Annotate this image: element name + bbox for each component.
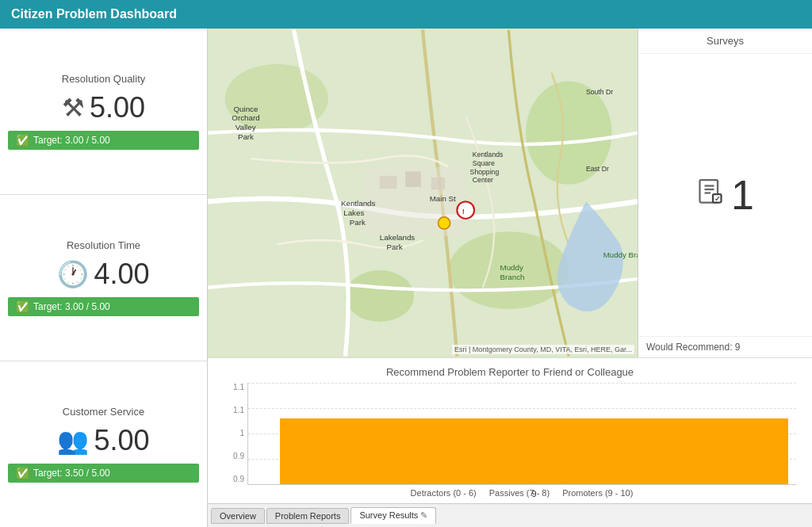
svg-point-31 [439, 217, 450, 229]
svg-rect-7 [380, 176, 397, 189]
tab-survey-results-label: Survey Results [359, 510, 418, 520]
svg-text:Quince: Quince [234, 105, 259, 113]
chart-body: 9 Detractors (0 - 6) Passives (7 - 8) Pr… [247, 383, 796, 499]
svg-text:Center: Center [473, 176, 493, 184]
bar-label-promoters: 9 [280, 489, 788, 498]
svg-rect-8 [405, 171, 421, 187]
survey-icon: ✓ [696, 178, 725, 213]
people-icon: 👥 [57, 426, 89, 456]
edit-icon: ✎ [420, 510, 427, 520]
app-header: Citizen Problem Dashboard [0, 0, 812, 29]
wrench-icon: ⚒ [62, 93, 85, 123]
target-bar-customer-service: ✅ Target: 3.50 / 5.00 [8, 464, 199, 483]
bottom-tabs: Overview Problem Reports Survey Results … [208, 503, 812, 527]
top-right: Kentlands Lakes Park Lakelands Park Mudd… [208, 29, 812, 357]
y-label-mid-bot: 0.9 [224, 452, 244, 460]
metric-title-customer-service: Customer Service [63, 406, 144, 418]
svg-text:Lakes: Lakes [343, 208, 364, 217]
target-text-rq: Target: 3.00 / 5.00 [33, 135, 110, 146]
metric-card-resolution-quality: Resolution Quality ⚒ 5.00 ✅ Target: 3.00… [0, 29, 207, 195]
would-recommend: Would Recommend: 9 [638, 336, 812, 357]
main-content: Resolution Quality ⚒ 5.00 ✅ Target: 3.00… [0, 29, 812, 527]
target-bar-resolution-quality: ✅ Target: 3.00 / 5.00 [8, 131, 199, 150]
target-bar-resolution-time: ✅ Target: 3.00 / 5.00 [8, 297, 199, 316]
y-label-mid-top: 1.1 [224, 406, 244, 414]
metric-card-customer-service: Customer Service 👥 5.00 ✅ Target: 3.50 /… [0, 361, 207, 527]
clock-icon: 🕐 [57, 259, 89, 289]
svg-text:East Dr: East Dr [586, 165, 609, 173]
check-icon-rq: ✅ [16, 134, 29, 147]
chart-area: 1.1 1.1 1 0.9 0.9 [224, 383, 796, 499]
chart-title: Recommend Problem Reporter to Friend or … [224, 366, 796, 378]
svg-text:Branch: Branch [500, 273, 525, 281]
resolution-quality-number: 5.00 [90, 91, 145, 124]
svg-text:Kentlands: Kentlands [473, 151, 504, 158]
svg-text:Lakelands: Lakelands [380, 233, 416, 242]
svg-text:Muddy: Muddy [500, 263, 523, 272]
resolution-time-number: 4.00 [94, 258, 149, 291]
surveys-number: 1 [731, 171, 754, 219]
metric-title-resolution-time: Resolution Time [67, 239, 140, 251]
svg-rect-9 [431, 178, 445, 189]
h-line-1 [248, 408, 796, 409]
y-label-top: 1.1 [224, 383, 244, 391]
svg-text:Park: Park [350, 218, 366, 227]
metric-value-customer-service: 👥 5.00 [57, 424, 149, 457]
y-label-mid: 1 [224, 429, 244, 437]
svg-text:Shopping: Shopping [470, 168, 500, 176]
customer-service-number: 5.00 [94, 424, 149, 457]
target-text-cs: Target: 3.50 / 5.00 [33, 468, 110, 479]
svg-text:Main St: Main St [430, 194, 456, 203]
chart-section: Recommend Problem Reporter to Friend or … [208, 357, 812, 503]
surveys-panel: Surveys ✓ 1 Wo [638, 29, 812, 357]
svg-text:Square: Square [473, 159, 495, 167]
svg-point-5 [345, 270, 414, 322]
surveys-title: Surveys [638, 29, 812, 54]
target-text-rt: Target: 3.00 / 5.00 [33, 301, 110, 312]
app-title: Citizen Problem Dashboard [11, 7, 177, 21]
tab-problem-reports[interactable]: Problem Reports [266, 508, 350, 524]
map-svg: Kentlands Lakes Park Lakelands Park Mudd… [208, 29, 638, 357]
tab-survey-results[interactable]: Survey Results ✎ [350, 507, 436, 524]
svg-text:!: ! [462, 207, 465, 216]
svg-text:Park: Park [386, 242, 402, 251]
svg-text:Kentlands: Kentlands [341, 199, 375, 208]
svg-text:Muddy Branch SVP: Muddy Branch SVP [603, 250, 638, 259]
surveys-count: ✓ 1 [638, 54, 812, 336]
y-label-bot: 0.9 [224, 475, 244, 483]
svg-point-29 [457, 201, 474, 219]
svg-text:South Dr: South Dr [586, 88, 613, 96]
h-line-top [248, 383, 796, 384]
check-icon-cs: ✅ [16, 467, 29, 479]
right-panel: Kentlands Lakes Park Lakelands Park Mudd… [208, 29, 812, 527]
map-container[interactable]: Kentlands Lakes Park Lakelands Park Mudd… [208, 29, 638, 357]
svg-text:Orchard: Orchard [232, 113, 259, 122]
metric-card-resolution-time: Resolution Time 🕐 4.00 ✅ Target: 3.00 / … [0, 195, 207, 361]
check-icon-rt: ✅ [16, 300, 29, 313]
metric-value-resolution-quality: ⚒ 5.00 [62, 91, 145, 124]
svg-text:Valley: Valley [236, 123, 256, 132]
svg-text:Park: Park [238, 132, 254, 141]
bar-promoters-fill [280, 418, 788, 484]
tab-overview-label: Overview [220, 511, 256, 521]
svg-text:✓: ✓ [714, 195, 721, 203]
tab-problem-reports-label: Problem Reports [275, 511, 341, 521]
map-attribution: Esri | Montgomery County, MD, VITA, Esri… [452, 345, 634, 354]
metric-title-resolution-quality: Resolution Quality [62, 73, 146, 85]
bar-promoters: 9 [280, 418, 788, 484]
y-axis: 1.1 1.1 1 0.9 0.9 [224, 383, 247, 499]
survey-svg-icon: ✓ [696, 178, 725, 206]
chart-bars: 9 [247, 383, 796, 485]
metric-value-resolution-time: 🕐 4.00 [57, 258, 149, 291]
tab-overview[interactable]: Overview [211, 508, 265, 524]
left-panel: Resolution Quality ⚒ 5.00 ✅ Target: 3.00… [0, 29, 208, 527]
